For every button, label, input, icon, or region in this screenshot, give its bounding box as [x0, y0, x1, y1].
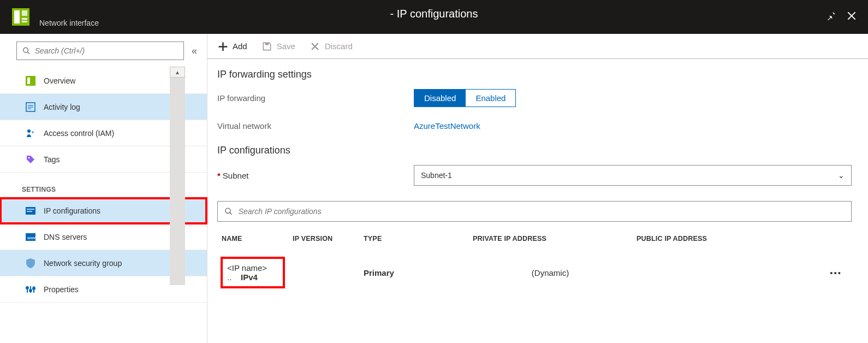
col-type[interactable]: TYPE [359, 227, 468, 250]
svg-point-27 [29, 289, 32, 292]
subnet-value: Subnet-1 [421, 171, 452, 180]
sidebar: « ▲ Overview Activity log Access control… [0, 34, 207, 343]
col-private-ip[interactable]: PRIVATE IP ADDRESS [468, 227, 632, 250]
ip-forwarding-label: IP forwarding [217, 93, 414, 103]
search-icon [22, 46, 31, 55]
svg-rect-20 [27, 211, 32, 212]
add-label: Add [233, 42, 247, 51]
svg-point-26 [26, 287, 28, 289]
ip-forwarding-disabled[interactable]: Disabled [414, 90, 466, 107]
col-public-ip[interactable]: PUBLIC IP ADDRESS [632, 227, 819, 250]
row-more-icon[interactable]: ••• [819, 250, 852, 295]
save-label: Save [277, 42, 295, 51]
sidebar-item-label: Activity log [44, 103, 80, 111]
svg-line-8 [27, 52, 29, 54]
svg-rect-3 [22, 18, 27, 20]
main-panel: Add Save Discard IP forwarding settings … [207, 34, 868, 343]
svg-point-17 [28, 157, 30, 158]
ip-config-search[interactable] [217, 201, 852, 222]
nic-resource-icon [11, 7, 31, 27]
search-icon [224, 207, 233, 216]
section-ip-configurations: IP configurations [217, 145, 852, 156]
sidebar-item-label: Access control (IAM) [44, 129, 114, 138]
sidebar-item-label: Properties [44, 285, 79, 294]
cell-sep: .. [227, 273, 231, 282]
ip-config-icon [25, 207, 36, 215]
svg-point-28 [33, 287, 35, 289]
pin-icon[interactable] [825, 10, 836, 24]
blade-header: Network interface - IP configurations [0, 0, 868, 34]
ip-forwarding-toggle[interactable]: Disabled Enabled [414, 89, 516, 107]
sidebar-search-input[interactable] [35, 46, 178, 55]
resource-type-label: Network interface [39, 19, 99, 27]
svg-line-33 [230, 212, 232, 215]
activity-log-icon [25, 102, 36, 112]
tags-icon [25, 155, 36, 164]
svg-point-15 [27, 129, 31, 133]
sidebar-scroll-up[interactable]: ▲ [170, 67, 185, 78]
discard-label: Discard [325, 42, 353, 51]
add-button[interactable]: Add [217, 41, 247, 52]
svg-text:www: www [27, 235, 35, 240]
sidebar-scroll-track[interactable] [170, 78, 185, 285]
table-row[interactable]: <IP name> .. IPv4 Primary (Dynamic) ••• [217, 250, 852, 295]
svg-rect-10 [27, 78, 30, 84]
svg-point-7 [23, 48, 28, 52]
svg-point-32 [225, 208, 230, 213]
save-icon [261, 41, 272, 52]
chevron-down-icon: ⌄ [838, 171, 845, 180]
dns-icon: www [25, 233, 36, 241]
ip-forwarding-enabled[interactable]: Enabled [466, 90, 515, 107]
subnet-label: *Subnet [217, 171, 414, 180]
cell-private: (Dynamic) [532, 268, 569, 277]
properties-icon [25, 285, 36, 294]
blade-title: - IP configurations [390, 8, 478, 20]
sidebar-item-label: IP configurations [44, 206, 100, 215]
svg-rect-4 [22, 21, 27, 22]
svg-rect-29 [265, 43, 269, 45]
discard-button: Discard [310, 41, 353, 52]
virtual-network-link[interactable]: AzureTestNetwork [414, 121, 480, 131]
svg-rect-1 [14, 10, 20, 23]
cell-type: Primary [364, 268, 394, 277]
shield-icon [25, 258, 36, 268]
command-bar: Add Save Discard [207, 34, 868, 59]
ip-config-table: NAME IP VERSION TYPE PRIVATE IP ADDRESS … [217, 227, 852, 295]
cell-ipver: IPv4 [241, 273, 258, 282]
section-ip-forwarding: IP forwarding settings [217, 69, 852, 80]
cell-name: <IP name> [227, 263, 267, 273]
sidebar-item-label: DNS servers [44, 233, 87, 241]
sidebar-search[interactable] [16, 42, 184, 60]
svg-point-16 [32, 131, 34, 133]
col-ip-version[interactable]: IP VERSION [288, 227, 359, 250]
subnet-select[interactable]: Subnet-1 ⌄ [414, 165, 852, 186]
ip-config-search-input[interactable] [239, 207, 845, 216]
access-control-icon [25, 128, 36, 138]
col-name[interactable]: NAME [217, 227, 288, 250]
collapse-sidebar-icon[interactable]: « [189, 45, 199, 57]
save-button: Save [261, 41, 295, 52]
plus-icon [217, 41, 228, 52]
overview-icon [25, 76, 36, 86]
svg-rect-19 [27, 209, 34, 210]
sidebar-item-label: Network security group [44, 259, 122, 268]
svg-rect-9 [26, 76, 35, 86]
virtual-network-label: Virtual network [217, 121, 414, 131]
sidebar-item-label: Tags [44, 155, 60, 164]
close-icon[interactable] [846, 10, 857, 24]
sidebar-item-label: Overview [44, 76, 75, 85]
svg-rect-2 [22, 10, 27, 16]
discard-icon [310, 41, 320, 52]
